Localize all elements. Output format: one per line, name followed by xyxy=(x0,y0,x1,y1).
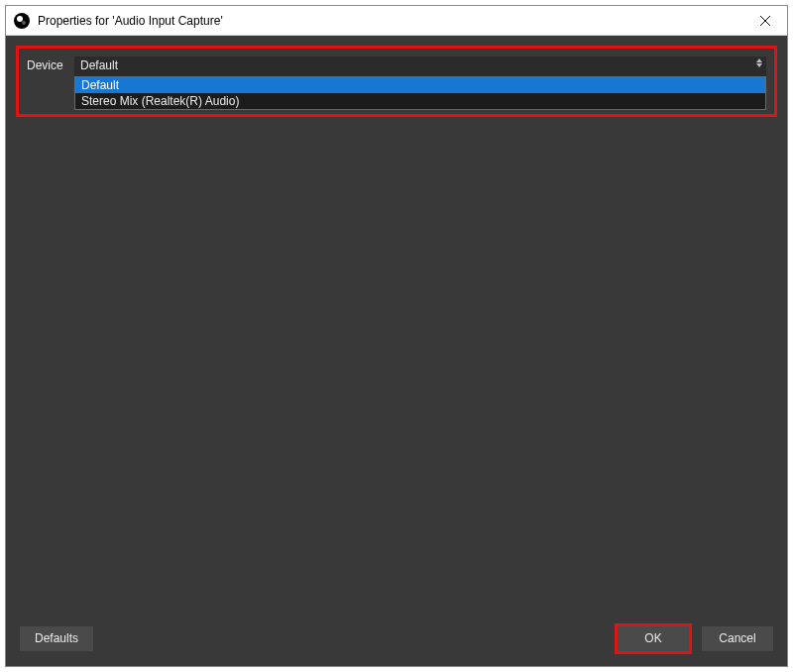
updown-arrows-icon xyxy=(756,58,762,67)
device-dropdown-selected[interactable]: Default xyxy=(74,56,766,76)
titlebar: Properties for 'Audio Input Capture' xyxy=(6,6,787,36)
device-dropdown[interactable]: Default Default Stereo Mix (Realtek(R) A… xyxy=(74,56,766,110)
ok-button[interactable]: OK xyxy=(618,626,689,651)
obs-icon xyxy=(14,13,30,29)
device-highlight-box: Device Default Default Stereo Mix (Realt… xyxy=(16,46,777,117)
footer-buttons: Defaults OK Cancel xyxy=(6,618,787,666)
close-button[interactable] xyxy=(742,6,787,36)
device-selected-text: Default xyxy=(80,58,118,72)
cancel-button[interactable]: Cancel xyxy=(702,626,773,651)
defaults-button[interactable]: Defaults xyxy=(20,626,93,651)
device-option-stereo-mix[interactable]: Stereo Mix (Realtek(R) Audio) xyxy=(75,93,765,109)
device-label: Device xyxy=(27,56,68,72)
window-title: Properties for 'Audio Input Capture' xyxy=(38,14,742,28)
content-area: Device Default Default Stereo Mix (Realt… xyxy=(6,36,787,666)
ok-highlight-box: OK xyxy=(615,623,692,654)
device-row: Device Default Default Stereo Mix (Realt… xyxy=(19,49,774,110)
device-option-default[interactable]: Default xyxy=(75,77,765,93)
properties-window: Properties for 'Audio Input Capture' Dev… xyxy=(5,5,788,667)
close-icon xyxy=(760,16,770,26)
device-dropdown-list: Default Stereo Mix (Realtek(R) Audio) xyxy=(74,76,766,110)
